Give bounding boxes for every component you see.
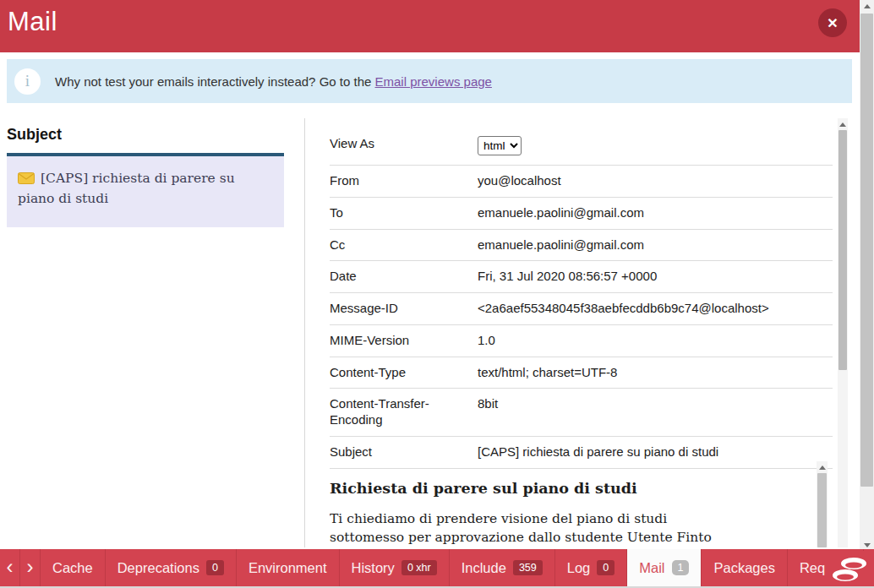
- header-label: From: [330, 173, 478, 189]
- header-label: MIME-Version: [330, 333, 478, 349]
- history-forward-button[interactable]: ›: [20, 549, 41, 586]
- table-row-date: Date Fri, 31 Jul 2020 08:56:57 +0000: [330, 261, 833, 293]
- view-as-label: View As: [330, 136, 478, 152]
- header-value: 1.0: [478, 333, 833, 349]
- header-value: 8bit: [478, 396, 833, 412]
- close-icon: ✕: [827, 15, 838, 31]
- table-row-view-as: View As html: [330, 127, 833, 166]
- tab-cache[interactable]: Cache: [41, 549, 106, 586]
- tab-deprecations[interactable]: Deprecations 0: [106, 549, 237, 586]
- cakephp-logo-icon: [831, 556, 868, 583]
- preview-scrollbar-thumb[interactable]: [817, 473, 827, 547]
- scroll-up-icon[interactable]: [860, 0, 874, 12]
- sidebar-heading: Subject: [7, 126, 62, 144]
- chevron-right-icon: ›: [27, 555, 34, 579]
- tab-label: History: [352, 560, 395, 576]
- email-previews-link[interactable]: Email previews page: [375, 74, 492, 89]
- table-row-to: To emanuele.paolini@gmail.com: [330, 198, 833, 230]
- header-value: emanuele.paolini@gmail.com: [478, 205, 833, 221]
- header-label: Subject: [330, 444, 478, 460]
- panel-header: Mail ✕: [0, 0, 860, 52]
- preview-scrollbar[interactable]: [817, 461, 828, 547]
- header-label: Content-Transfer-Encoding: [330, 396, 478, 428]
- page-scrollbar-thumb[interactable]: [860, 14, 873, 487]
- tab-include[interactable]: Include 359: [450, 549, 555, 586]
- tab-label: Deprecations: [117, 560, 199, 576]
- panel-scrollbar[interactable]: [838, 118, 848, 547]
- tab-log[interactable]: Log 0: [555, 549, 627, 586]
- header-label: Message-ID: [330, 301, 478, 317]
- mail-headers-table: View As html From you@localhost To emanu…: [330, 127, 833, 469]
- table-row-mime-version: MIME-Version 1.0: [330, 325, 833, 357]
- header-label: Content-Type: [330, 365, 478, 381]
- tab-label: Include: [462, 560, 506, 576]
- header-value: text/html; charset=UTF-8: [478, 365, 833, 381]
- tab-badge: 0: [206, 560, 224, 576]
- header-value: <2a6aef55348045f38aebfecddb6b9c74@localh…: [478, 301, 833, 317]
- debug-toolbar: ‹ › Cache Deprecations 0 Environment His…: [0, 549, 874, 586]
- content-divider: [304, 118, 305, 547]
- header-label: To: [330, 205, 478, 221]
- tab-badge: 0: [597, 560, 615, 576]
- table-row-message-id: Message-ID <2a6aef55348045f38aebfecddb6b…: [330, 293, 833, 325]
- tab-label: Environment: [249, 560, 327, 576]
- tab-label: Mail: [639, 560, 664, 576]
- tab-environment[interactable]: Environment: [237, 549, 340, 586]
- tab-badge: 359: [513, 560, 543, 576]
- tab-mail[interactable]: Mail 1: [627, 549, 702, 586]
- header-value: you@localhost: [478, 173, 833, 189]
- envelope-icon: [18, 171, 35, 189]
- scroll-up-icon[interactable]: [838, 118, 848, 130]
- tab-packages[interactable]: Packages: [702, 549, 787, 586]
- header-value: emanuele.paolini@gmail.com: [478, 237, 833, 253]
- table-row-content-transfer-encoding: Content-Transfer-Encoding 8bit: [330, 389, 833, 437]
- tab-label: Cache: [52, 560, 93, 576]
- info-banner-message: Why not test your emails interactively i…: [55, 74, 375, 89]
- email-body-paragraph: Ti chiediamo di prendere visione del pia…: [330, 509, 746, 547]
- email-body-heading: Richiesta di parere sul piano di studi: [330, 480, 813, 497]
- tab-label: Packages: [713, 560, 774, 576]
- table-row-cc: Cc emanuele.paolini@gmail.com: [330, 230, 833, 262]
- mail-item-subject: [CAPS] richiesta di parere su piano di s…: [18, 171, 235, 206]
- tab-history[interactable]: History 0 xhr: [340, 549, 450, 586]
- email-body-preview: Richiesta di parere sul piano di studi T…: [330, 466, 813, 547]
- header-label: Cc: [330, 237, 478, 253]
- table-row-content-type: Content-Type text/html; charset=UTF-8: [330, 357, 833, 389]
- table-row-subject: Subject [CAPS] richiesta di parere su pi…: [330, 437, 833, 469]
- chevron-left-icon: ‹: [7, 555, 14, 579]
- info-icon: i: [14, 68, 41, 95]
- page-title: Mail: [8, 7, 57, 37]
- panel-scrollbar-thumb[interactable]: [838, 130, 847, 370]
- close-button[interactable]: ✕: [818, 8, 847, 37]
- header-value: Fri, 31 Jul 2020 08:56:57 +0000: [478, 269, 833, 285]
- info-banner: i Why not test your emails interactively…: [7, 59, 852, 103]
- header-label: Date: [330, 269, 478, 285]
- history-back-button[interactable]: ‹: [0, 549, 20, 586]
- tab-label: Log: [567, 560, 591, 576]
- info-banner-text: Why not test your emails interactively i…: [55, 74, 492, 89]
- tab-badge: 0 xhr: [401, 560, 437, 576]
- table-row-from: From you@localhost: [330, 166, 833, 198]
- page-scrollbar[interactable]: [860, 0, 874, 551]
- scroll-up-icon[interactable]: [817, 461, 828, 473]
- mail-list-item[interactable]: [CAPS] richiesta di parere su piano di s…: [7, 156, 284, 227]
- cakephp-logo: [825, 551, 874, 588]
- tab-badge: 1: [672, 560, 690, 576]
- header-value: [CAPS] richiesta di parere su piano di s…: [478, 444, 833, 460]
- view-as-select[interactable]: html: [478, 136, 522, 155]
